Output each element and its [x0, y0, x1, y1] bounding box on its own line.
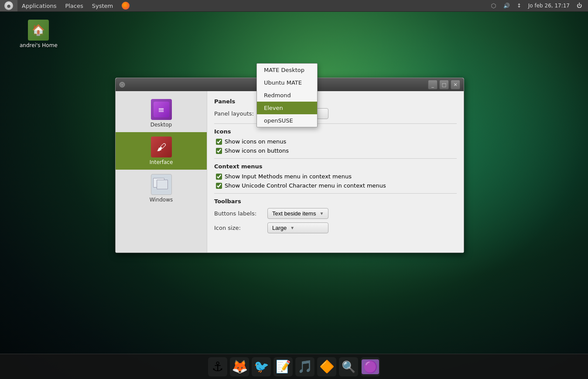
main-panel: Panels Panel layouts: Eleven ▼ Icons Sho…: [207, 91, 464, 253]
section-divider-2: [214, 158, 457, 159]
volume-icon: 🔊: [503, 3, 510, 9]
dropdown-option-eleven[interactable]: Eleven: [257, 102, 317, 114]
context-menus-section-title: Context menus: [214, 163, 457, 170]
taskbar-image-viewer[interactable]: 🔍: [339, 357, 358, 376]
network-indicator[interactable]: ↕: [514, 2, 524, 10]
section-divider-3: [214, 193, 457, 194]
icon-size-arrow-icon: ▼: [290, 225, 294, 230]
dropdown-option-eleven-label: Eleven: [264, 105, 283, 111]
home-folder-icon[interactable]: andrei's Home: [20, 20, 58, 48]
dropdown-option-redmond-label: Redmond: [264, 92, 291, 99]
buttons-labels-dropdown[interactable]: Text beside items ▼: [267, 208, 328, 219]
places-label: Places: [65, 3, 83, 9]
show-icons-menus-checkbox[interactable]: [216, 139, 222, 145]
interface-sidebar-icon: 🖌: [151, 137, 172, 157]
top-panel: ● Applications Places System ⬡ 🔊 ↕ Jo fe…: [0, 0, 588, 12]
top-panel-left: ● Applications Places System: [0, 0, 134, 11]
unicode-control-label: Show Unicode Control Character menu in c…: [225, 182, 386, 189]
interface-sidebar-label: Interface: [150, 159, 173, 165]
bluetooth-indicator[interactable]: ⬡: [488, 1, 499, 10]
datetime-text: Jo feb 26, 17:17: [528, 3, 570, 9]
system-logo-button[interactable]: ●: [0, 0, 17, 11]
places-menu[interactable]: Places: [61, 0, 87, 11]
headphone-app-icon: 🎵: [297, 359, 313, 374]
dropdown-option-ubuntu-mate[interactable]: Ubuntu MATE: [257, 76, 317, 89]
window-menu-button[interactable]: ○: [119, 82, 125, 88]
icon-size-value: Large: [272, 225, 287, 231]
buttons-labels-arrow-icon: ▼: [319, 211, 324, 216]
system-logo-icon: ●: [4, 1, 13, 10]
top-panel-right: ⬡ 🔊 ↕ Jo feb 26, 17:17 ⏻: [488, 1, 588, 10]
taskbar-vlc[interactable]: 🔶: [317, 357, 336, 376]
icon-size-label: Icon size:: [214, 225, 262, 231]
network-icon: ↕: [517, 3, 521, 9]
buttons-labels-value: Text beside items: [272, 210, 316, 217]
taskbar-thunderbird[interactable]: 🐦: [252, 357, 271, 376]
taskbar: ⚓ 🦊 🐦 📝 🎵 🔶 🔍 🟣: [0, 354, 588, 379]
firefox-taskbar-icon: 🦊: [232, 359, 248, 374]
icon-size-dropdown[interactable]: Large ▼: [267, 222, 328, 233]
applications-menu[interactable]: Applications: [17, 0, 61, 11]
window-minimize-button[interactable]: _: [428, 80, 438, 89]
bluetooth-icon: ⬡: [491, 2, 496, 9]
desktop-sidebar-icon: [151, 99, 172, 120]
mate-menu-icon: 🟣: [362, 359, 379, 374]
dropdown-option-mate-desktop[interactable]: MATE Desktop: [257, 64, 317, 76]
home-folder-image: [28, 20, 49, 41]
power-icon: ⏻: [577, 3, 582, 9]
toolbars-section-title: Toolbars: [214, 198, 457, 205]
dropdown-option-ubuntu-mate-label: Ubuntu MATE: [264, 79, 302, 86]
system-menu[interactable]: System: [88, 0, 117, 11]
taskbar-firefox[interactable]: 🦊: [230, 357, 249, 376]
window-controls: _ □ ✕: [428, 80, 460, 89]
home-folder-label: andrei's Home: [20, 42, 58, 48]
desktop-sidebar-label: Desktop: [150, 122, 172, 128]
panel-layouts-label: Panel layouts:: [214, 110, 262, 117]
windows-sidebar-label: Windows: [150, 197, 173, 203]
applications-label: Applications: [22, 3, 56, 9]
firefox-launcher[interactable]: [117, 0, 134, 11]
volume-indicator[interactable]: 🔊: [501, 2, 513, 10]
system-label: System: [92, 3, 113, 9]
sidebar-item-windows[interactable]: Windows: [116, 170, 207, 207]
icon-size-row: Icon size: Large ▼: [214, 222, 457, 233]
show-icons-buttons-label: Show icons on buttons: [225, 147, 289, 154]
show-icons-menus-row: Show icons on menus: [214, 138, 457, 145]
datetime-display[interactable]: Jo feb 26, 17:17: [526, 2, 572, 10]
taskbar-anchor-app[interactable]: ⚓: [208, 357, 227, 376]
show-icons-menus-label: Show icons on menus: [225, 138, 286, 145]
interface-icon-shape: 🖌: [154, 139, 169, 155]
vlc-icon: 🔶: [319, 359, 335, 374]
window-maximize-button[interactable]: □: [439, 80, 449, 89]
show-icons-buttons-checkbox[interactable]: [216, 148, 222, 154]
section-divider-1: [214, 123, 457, 124]
windows-sidebar-icon: [151, 174, 172, 195]
image-viewer-icon: 🔍: [342, 360, 356, 373]
sidebar-item-desktop[interactable]: Desktop: [116, 95, 207, 132]
text-editor-icon: 📝: [276, 359, 291, 374]
taskbar-text-editor[interactable]: 📝: [273, 357, 293, 376]
buttons-labels-label: Buttons labels:: [214, 210, 262, 217]
icons-section-title: Icons: [214, 128, 457, 135]
dropdown-option-opensuse[interactable]: openSUSE: [257, 114, 317, 127]
unicode-control-checkbox[interactable]: [216, 183, 222, 189]
power-button[interactable]: ⏻: [574, 2, 585, 10]
input-methods-label: Show Input Methods menu in context menus: [225, 173, 352, 180]
buttons-labels-row: Buttons labels: Text beside items ▼: [214, 208, 457, 219]
window-close-button[interactable]: ✕: [451, 80, 460, 89]
thunderbird-icon: 🐦: [254, 359, 269, 374]
input-methods-checkbox[interactable]: [216, 174, 222, 180]
taskbar-mate-menu[interactable]: 🟣: [361, 357, 380, 376]
desktop-icon-shape: [154, 102, 169, 117]
dropdown-option-redmond[interactable]: Redmond: [257, 89, 317, 102]
dropdown-option-opensuse-label: openSUSE: [264, 117, 293, 124]
panel-layouts-popup: MATE Desktop Ubuntu MATE Redmond Eleven …: [256, 63, 318, 127]
panel-layouts-row: Panel layouts: Eleven ▼: [214, 108, 457, 119]
taskbar-headphone-app[interactable]: 🎵: [295, 357, 315, 376]
windows-icon-shape: [153, 178, 170, 191]
dropdown-option-mate-desktop-label: MATE Desktop: [264, 67, 304, 73]
firefox-icon: [122, 2, 130, 10]
show-icons-buttons-row: Show icons on buttons: [214, 147, 457, 154]
sidebar-item-interface[interactable]: 🖌 Interface: [116, 132, 207, 170]
sidebar: Desktop 🖌 Interface Windows: [116, 91, 207, 253]
